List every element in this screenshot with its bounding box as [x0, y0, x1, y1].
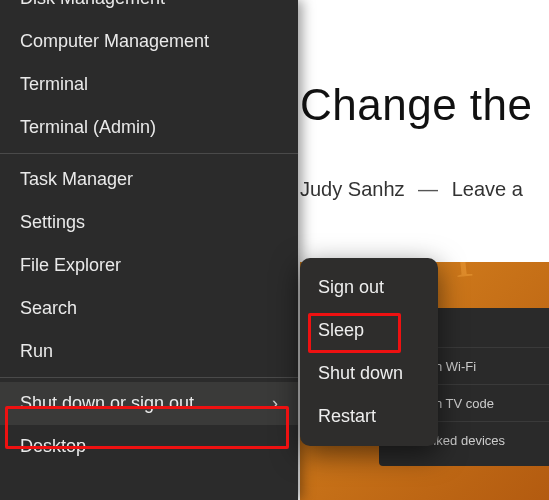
winx-item-explorer[interactable]: File Explorer: [0, 244, 298, 287]
winx-item-settings[interactable]: Settings: [0, 201, 298, 244]
winx-item-disk-mgmt[interactable]: Disk Management: [0, 0, 298, 20]
winx-separator: [0, 153, 298, 154]
submenu-item-label: Sign out: [318, 277, 384, 297]
submenu-item-shutdown[interactable]: Shut down: [300, 352, 438, 395]
winx-menu: Disk Management Computer Management Term…: [0, 0, 298, 500]
submenu-item-label: Sleep: [318, 320, 364, 340]
winx-item-search[interactable]: Search: [0, 287, 298, 330]
winx-item-label: Settings: [20, 212, 85, 233]
winx-item-label: Shut down or sign out: [20, 393, 194, 414]
winx-item-comp-mgmt[interactable]: Computer Management: [0, 20, 298, 63]
winx-item-label: Desktop: [20, 436, 86, 457]
power-submenu: Sign out Sleep Shut down Restart: [300, 258, 438, 446]
submenu-item-label: Restart: [318, 406, 376, 426]
winx-item-run[interactable]: Run: [0, 330, 298, 373]
winx-item-label: Task Manager: [20, 169, 133, 190]
byline-author: Judy Sanhz: [300, 178, 405, 200]
winx-item-terminal-admin[interactable]: Terminal (Admin): [0, 106, 298, 149]
winx-item-desktop[interactable]: Desktop: [0, 425, 298, 468]
winx-item-label: Terminal: [20, 74, 88, 95]
submenu-item-sleep[interactable]: Sleep: [300, 309, 438, 352]
winx-item-label: Run: [20, 341, 53, 362]
winx-item-terminal[interactable]: Terminal: [0, 63, 298, 106]
byline-separator: —: [418, 178, 438, 200]
chevron-right-icon: ›: [272, 393, 278, 414]
article-title: Change the: [300, 80, 549, 130]
submenu-item-label: Shut down: [318, 363, 403, 383]
byline-tail: Leave a: [452, 178, 523, 200]
winx-item-label: Computer Management: [20, 31, 209, 52]
winx-item-label: Disk Management: [20, 0, 165, 9]
winx-separator: [0, 377, 298, 378]
submenu-item-signout[interactable]: Sign out: [300, 266, 438, 309]
winx-item-label: File Explorer: [20, 255, 121, 276]
submenu-item-restart[interactable]: Restart: [300, 395, 438, 438]
winx-item-task-mgr[interactable]: Task Manager: [0, 158, 298, 201]
article-byline: Judy Sanhz — Leave a: [300, 178, 549, 201]
winx-item-label: Terminal (Admin): [20, 117, 156, 138]
winx-item-power[interactable]: Shut down or sign out ›: [0, 382, 298, 425]
winx-item-label: Search: [20, 298, 77, 319]
